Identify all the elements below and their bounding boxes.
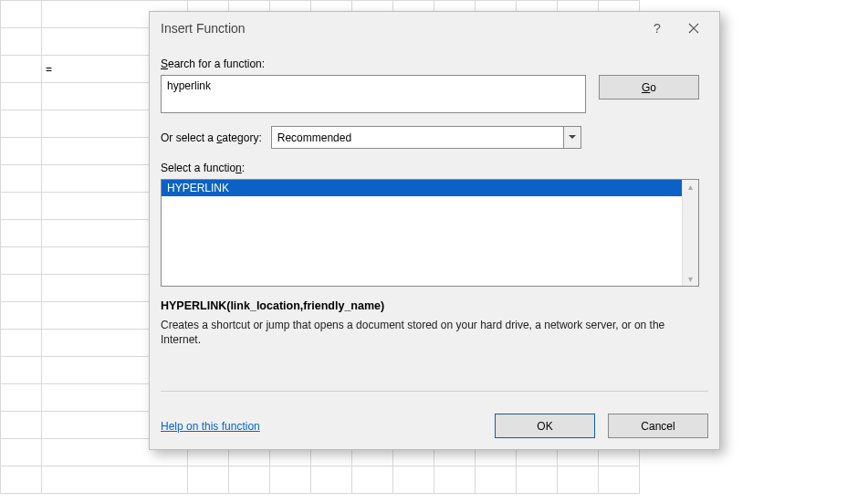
insert-function-dialog: Insert Function ? Search for a function:…	[149, 11, 720, 450]
go-button[interactable]: Go	[599, 75, 699, 100]
category-select[interactable]: Recommended	[271, 126, 581, 149]
scroll-up-icon: ▴	[686, 180, 695, 194]
function-listbox[interactable]: HYPERLINK ▴ ▾	[161, 179, 699, 287]
dialog-titlebar: Insert Function ?	[150, 12, 719, 45]
help-button[interactable]: ?	[639, 14, 675, 43]
category-label: Or select a category:	[161, 131, 262, 144]
search-input[interactable]	[161, 75, 586, 113]
close-icon	[688, 23, 699, 34]
divider	[161, 391, 708, 392]
scroll-down-icon: ▾	[686, 272, 695, 286]
function-description: Creates a shortcut or jump that opens a …	[161, 318, 699, 347]
function-signature: HYPERLINK(link_location,friendly_name)	[161, 299, 708, 312]
cancel-button[interactable]: Cancel	[608, 414, 708, 438]
ok-button[interactable]: OK	[495, 414, 595, 438]
list-item[interactable]: HYPERLINK	[162, 180, 682, 196]
chevron-down-icon	[569, 135, 576, 140]
dialog-title: Insert Function	[161, 21, 639, 36]
search-label: Search for a function:	[161, 58, 708, 70]
scrollbar[interactable]: ▴ ▾	[682, 180, 698, 286]
select-function-label: Select a function:	[161, 162, 708, 174]
help-link[interactable]: Help on this function	[161, 420, 260, 433]
help-icon: ?	[654, 21, 661, 36]
close-button[interactable]	[675, 14, 712, 43]
category-select-arrow[interactable]	[563, 126, 581, 149]
